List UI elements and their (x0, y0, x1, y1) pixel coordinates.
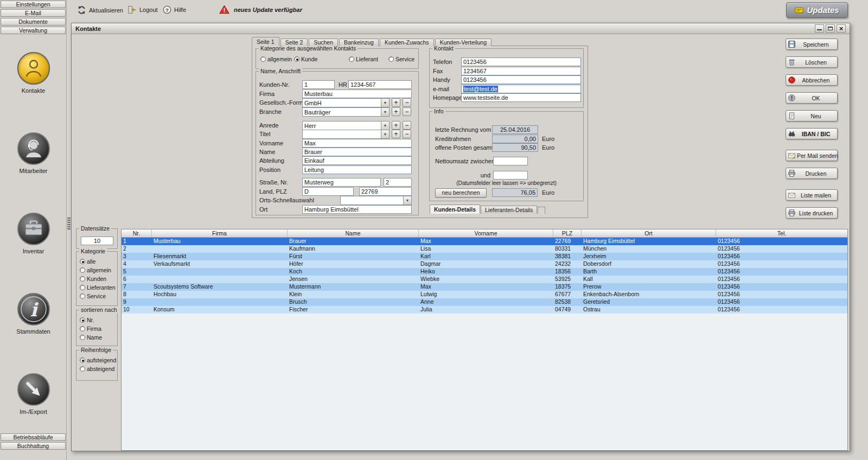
maximize-button[interactable] (826, 24, 835, 33)
sidebar-item-stammdaten[interactable]: i Stammdaten (0, 292, 67, 335)
name-input[interactable]: Brauer (302, 148, 412, 156)
minimize-button[interactable] (815, 24, 824, 33)
tab-kunden-verteilung[interactable]: Kunden-Verteilung (435, 39, 492, 46)
radio-sort-firma[interactable]: Firma (80, 325, 101, 332)
ok-button[interactable]: OK (786, 92, 838, 104)
firma-input[interactable]: Musterbau (302, 90, 412, 98)
column-header[interactable]: Firma (152, 229, 288, 237)
radio-absteigend[interactable]: absteigend (80, 366, 114, 372)
sidebar-item-verwaltung[interactable]: Verwaltung (1, 27, 66, 34)
radio-filter-kunden[interactable]: Kunden (80, 276, 106, 282)
radio-lieferant[interactable]: Lieferant (349, 56, 378, 62)
add-option-button[interactable]: + (392, 107, 400, 116)
neu-berechnen-button[interactable]: neu berechnen (435, 188, 487, 197)
land-input[interactable]: D (302, 187, 354, 196)
tab-seite-1[interactable]: Seite 1 (252, 37, 279, 46)
titel-select[interactable] (302, 130, 390, 139)
table-row[interactable]: 7Scoutsystems SoftwareMustermannMax18375… (122, 283, 847, 291)
table-row[interactable]: 4VerkaufsmarktHöferDagmar24232Dobersdorf… (122, 260, 847, 268)
table-row[interactable]: 9BruschAnne82538Geretsried0123456 (122, 298, 847, 306)
remove-option-button[interactable]: − (403, 121, 411, 130)
speichern-button[interactable]: Speichern (786, 39, 838, 50)
remove-option-button[interactable]: − (403, 107, 411, 116)
plz-input[interactable]: 22769 (359, 187, 412, 196)
tab-lieferanten-details[interactable]: Lieferanten-Details (481, 206, 537, 214)
radio-sort-nr[interactable]: Nr. (80, 317, 94, 323)
column-header[interactable]: Tel. (716, 229, 847, 237)
updates-button[interactable]: Updates (786, 2, 848, 18)
vorname-input[interactable]: Max (302, 139, 412, 148)
table-row[interactable]: 8HochbauKleinLutwig67677Enkenbach-Alsenb… (122, 291, 847, 298)
table-row[interactable]: 5KochHeiko18356Barth0123456 (122, 268, 847, 276)
strasse-input[interactable]: Musterweg (302, 178, 381, 187)
homepage-input[interactable]: www.testseite.de (461, 93, 581, 102)
table-row[interactable]: 6JensenWiebke53925Kall0123456 (122, 276, 847, 283)
window-titlebar[interactable]: Kontakte (72, 23, 850, 34)
drucken-button[interactable]: Drucken (786, 168, 838, 179)
add-option-button[interactable]: + (392, 98, 400, 107)
kundennr-input[interactable]: 1 (302, 80, 335, 89)
per-mail-senden-button[interactable]: Per Mail senden (786, 150, 838, 161)
column-header[interactable]: Nr. (122, 229, 152, 237)
table-row[interactable]: 2KaufmannLisa80331München0123456 (122, 245, 847, 253)
sidebar-item-kontakte[interactable]: Kontakte (0, 51, 67, 94)
logout-button[interactable]: Logout (128, 5, 158, 14)
loeschen-button[interactable]: Löschen (786, 56, 838, 68)
offene-posten-field[interactable]: 90,50 (492, 143, 538, 152)
add-option-button[interactable]: + (392, 130, 400, 138)
iban-bic-button[interactable]: IBAN / BIC (786, 128, 838, 139)
abteilung-input[interactable]: Einkauf (302, 156, 412, 165)
update-notice[interactable]: neues Update verfügbar (219, 5, 302, 14)
column-header[interactable]: Ort (582, 229, 716, 237)
radio-service[interactable]: Service (388, 56, 414, 62)
email-input[interactable]: test@test.de (461, 85, 581, 93)
add-option-button[interactable]: + (392, 121, 400, 130)
anrede-select[interactable]: Herr (302, 121, 390, 130)
tab-seite-2[interactable]: Seite 2 (280, 39, 308, 46)
sidebar-item-betriebsablaeufe[interactable]: Betriebsabläufe (1, 433, 66, 441)
radio-kunde[interactable]: Kunde (294, 56, 317, 62)
table-row[interactable]: 3FliesenmarktFürstKarl38381Jerxheim01234… (122, 253, 847, 260)
position-input[interactable]: Leitung (302, 165, 412, 174)
column-header[interactable]: Vorname (419, 229, 553, 237)
tab-bankeinzug[interactable]: Bankeinzug (339, 39, 379, 46)
liste-drucken-button[interactable]: Liste drucken (786, 207, 838, 219)
help-button[interactable]: ? Hilfe (163, 5, 186, 14)
radio-aufsteigend[interactable]: aufsteigend (80, 357, 116, 363)
nettoumsatz-bis-input[interactable] (493, 171, 528, 180)
table-row[interactable]: 1MusterbauBrauerMax22769Hamburg Eimsbütt… (122, 238, 847, 245)
handy-input[interactable]: 0123456 (461, 75, 581, 84)
tab-suchen[interactable]: Suchen (309, 39, 338, 46)
sidebar-item-mitarbeiter[interactable]: Mitarbeiter (0, 131, 67, 174)
refresh-button[interactable]: Aktualisieren (77, 5, 123, 15)
sidebar-item-inventar[interactable]: Inventar (0, 212, 67, 254)
fax-input[interactable]: 1234567 (461, 67, 581, 75)
datensaetze-count-field[interactable]: 10 (81, 237, 113, 245)
close-button[interactable] (837, 24, 846, 33)
radio-filter-alle[interactable]: alle (80, 258, 95, 265)
kreditrahmen-field[interactable]: 0,00 (492, 135, 538, 143)
column-header[interactable]: Name (288, 229, 419, 237)
hausnr-input[interactable]: 2 (384, 178, 412, 187)
hr-input[interactable]: 1234-567 (348, 80, 412, 89)
telefon-input[interactable]: 0123456 (461, 58, 581, 66)
radio-filter-allgemein[interactable]: allgemein (80, 267, 111, 273)
radio-sort-name[interactable]: Name (80, 334, 102, 341)
radio-filter-lieferanten[interactable]: Lieferanten (80, 284, 116, 291)
neu-button[interactable]: Neu (786, 110, 838, 122)
sidebar-item-einstellungen[interactable]: Einstellungen (1, 1, 66, 8)
branche-select[interactable]: Bauträger (302, 107, 390, 117)
sidebar-item-im-export[interactable]: Im-/Export (0, 372, 67, 415)
remove-option-button[interactable]: − (403, 98, 411, 107)
liste-mailen-button[interactable]: Liste mailen (786, 189, 838, 201)
orts-schnellauswahl-select[interactable] (340, 196, 412, 205)
gesellschform-select[interactable]: GmbH (302, 98, 390, 107)
sidebar-item-buchhaltung[interactable]: Buchhaltung (1, 442, 66, 450)
nettoumsatz-von-input[interactable] (493, 157, 528, 165)
tab-kunden-zuwachs[interactable]: Kunden-Zuwachs (380, 39, 434, 46)
sidebar-item-dokumente[interactable]: Dokumente (1, 18, 66, 25)
tab-kunden-details[interactable]: Kunden-Details (430, 205, 480, 214)
radio-allgemein[interactable]: allgemein (260, 56, 292, 62)
panel-splitter[interactable] (67, 217, 71, 230)
abbrechen-button[interactable]: Abbrechen (786, 74, 838, 86)
